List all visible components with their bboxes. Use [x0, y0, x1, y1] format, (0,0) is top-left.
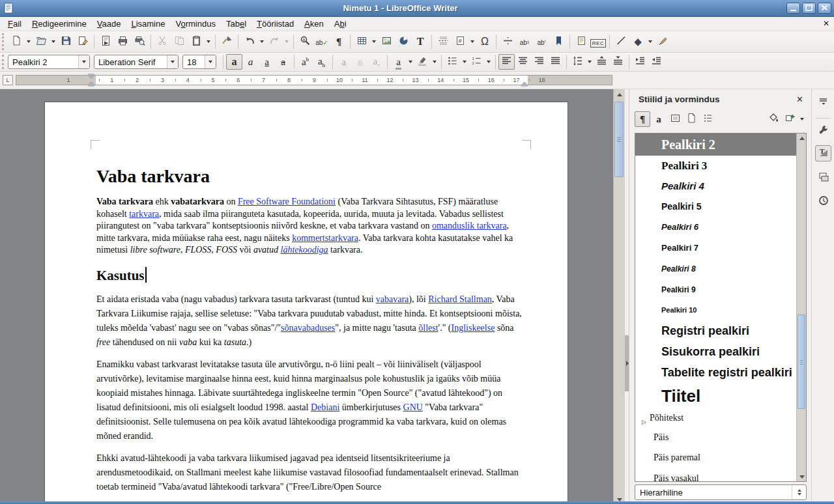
align-center-button[interactable]	[515, 54, 531, 70]
bold-button[interactable]: a	[226, 54, 242, 70]
toolbar-grip[interactable]	[2, 33, 7, 50]
sidebar-tab-gallery[interactable]	[815, 170, 831, 186]
insert-footnote-button[interactable]: ab¹	[516, 33, 533, 50]
font-name-combo[interactable]: Liberation Serif	[94, 55, 179, 69]
panel-close-button[interactable]: ✕	[796, 94, 803, 104]
style-item[interactable]: Päis	[635, 427, 796, 447]
hyperlink[interactable]: tarkvara	[129, 209, 159, 219]
style-item[interactable]: Pealkiri 2	[635, 133, 796, 156]
font-name-dropdown[interactable]	[167, 55, 178, 68]
style-item[interactable]: Sisukorra pealkiri	[635, 341, 796, 362]
sidebar-tab-properties[interactable]	[815, 123, 831, 139]
style-filter-combo[interactable]: Hierarhiline	[635, 484, 807, 500]
style-item[interactable]: Pealkiri 10	[635, 300, 796, 320]
menu-aken[interactable]: Aken	[299, 18, 329, 30]
page[interactable]: Vaba tarkvara Vaba tarkvara ehk vabatark…	[44, 102, 568, 504]
paragraph-styles-button[interactable]: ¶	[635, 111, 650, 127]
scroll-up-button[interactable]	[797, 133, 807, 143]
edit-file-button[interactable]	[74, 33, 91, 50]
toolbar-grip[interactable]	[2, 55, 7, 69]
left-indent-marker[interactable]	[88, 82, 94, 86]
basic-shapes-dropdown[interactable]	[646, 33, 654, 50]
page-styles-button[interactable]	[683, 111, 699, 127]
undo-dropdown[interactable]	[258, 33, 266, 50]
print-button[interactable]	[114, 33, 131, 50]
indent-decrease-button[interactable]	[648, 54, 665, 70]
document-heading-2[interactable]: Kasutus	[96, 267, 528, 285]
insert-textbox-button[interactable]: T	[412, 33, 429, 50]
paragraph[interactable]: Ehkki avatud-lähtekoodi ja vaba tarkvara…	[96, 451, 525, 494]
find-replace-button[interactable]: a	[296, 33, 313, 50]
style-item[interactable]: Registri pealkiri	[635, 320, 796, 341]
superscript-button[interactable]: ab	[297, 54, 313, 70]
new-document-dropdown[interactable]	[25, 33, 33, 50]
insert-bookmark-button[interactable]	[550, 33, 567, 50]
underline-button[interactable]: a	[259, 54, 275, 70]
style-item[interactable]: Pealkiri 8	[635, 259, 796, 279]
page-break-button[interactable]	[435, 33, 452, 50]
scrollbar-thumb[interactable]	[614, 102, 624, 177]
character-styles-button[interactable]: a	[651, 111, 667, 127]
menu-fail[interactable]: Fail	[3, 18, 27, 30]
record-changes-button[interactable]: REC	[590, 33, 607, 50]
menu-redigeerimine[interactable]: Redigeerimine	[27, 18, 92, 30]
line-spacing-button[interactable]	[569, 54, 586, 70]
paste-dropdown[interactable]	[205, 33, 212, 50]
hyperlink[interactable]: sõnavabaduses	[281, 323, 335, 333]
print-preview-button[interactable]	[131, 33, 148, 50]
insert-fields-button[interactable]: #	[452, 33, 468, 50]
maximize-button[interactable]	[802, 3, 816, 14]
paragraph[interactable]: Enamikku vabast tarkvarast levitatakse t…	[96, 357, 525, 443]
menu-vormindus[interactable]: Vormindus	[170, 18, 220, 30]
style-item[interactable]: Põhitekst▷	[635, 409, 796, 427]
style-item[interactable]: Pealkiri 3	[635, 156, 796, 176]
close-document-button[interactable]: ✕	[823, 19, 829, 28]
style-item[interactable]: Pealkiri 5	[635, 197, 796, 217]
style-item[interactable]: Pealkiri 9	[635, 279, 796, 300]
minimize-button[interactable]	[786, 3, 800, 14]
bullets-dropdown[interactable]	[461, 53, 468, 70]
align-justify-button[interactable]	[547, 54, 564, 70]
undo-button[interactable]	[241, 33, 258, 50]
hyperlink[interactable]: Ingliskeelse	[452, 323, 495, 333]
menu-tooriistad[interactable]: Tööriistad	[252, 18, 299, 30]
align-right-button[interactable]	[531, 54, 547, 70]
hyperlink[interactable]: Richard Stallman	[428, 294, 492, 304]
style-item[interactable]: Pealkiri 4	[635, 176, 796, 197]
menu-vaade[interactable]: Vaade	[92, 18, 126, 30]
paragraph[interactable]: Vaba tarkvara ehk vabatarkvara on Free S…	[96, 196, 525, 257]
style-filter-spinner[interactable]	[792, 485, 806, 499]
open-document-button[interactable]	[33, 33, 50, 50]
basic-shapes-button[interactable]: ◆	[629, 33, 646, 50]
sidebar-tab-styles[interactable]: T	[815, 145, 831, 161]
spellcheck-button[interactable]: ab✓	[313, 33, 330, 50]
highlighting-button[interactable]	[414, 54, 431, 70]
expand-triangle-icon[interactable]: ▷	[642, 413, 646, 427]
page-content[interactable]: Vaba tarkvara Vaba tarkvara ehk vabatark…	[96, 143, 528, 502]
clone-formatting-button[interactable]	[218, 33, 235, 50]
numbering-dropdown[interactable]	[485, 53, 493, 70]
scrollbar-thumb[interactable]	[798, 315, 805, 409]
frame-styles-button[interactable]	[667, 111, 683, 127]
close-button[interactable]	[818, 3, 831, 14]
new-style-from-selection-dropdown[interactable]	[798, 111, 806, 128]
document-area[interactable]: Vaba tarkvara Vaba tarkvara ehk vabatark…	[0, 89, 613, 504]
document-heading-1[interactable]: Vaba tarkvara	[96, 165, 528, 188]
style-item[interactable]: Pealkiri 6	[635, 217, 796, 238]
hyperlink[interactable]: Debiani	[311, 402, 339, 412]
panel-splitter[interactable]	[624, 89, 629, 504]
sidebar-tab-navigator[interactable]	[815, 193, 831, 210]
hyperlink[interactable]: vabavara	[376, 294, 409, 304]
menu-tabel[interactable]: Tabel	[221, 18, 252, 30]
export-pdf-button[interactable]	[97, 33, 114, 50]
insert-table-button[interactable]	[353, 33, 370, 50]
right-indent-marker[interactable]	[521, 82, 528, 86]
scroll-down-button[interactable]	[797, 472, 807, 481]
highlighting-dropdown[interactable]	[431, 53, 439, 70]
strikethrough-button[interactable]: a	[275, 54, 291, 70]
para-space-increase-button[interactable]	[594, 54, 610, 70]
document-vertical-scrollbar[interactable]	[613, 89, 624, 504]
font-size-combo[interactable]: 18	[182, 55, 216, 69]
menu-abi[interactable]: Abi	[329, 18, 352, 30]
bullets-button[interactable]	[444, 54, 461, 70]
